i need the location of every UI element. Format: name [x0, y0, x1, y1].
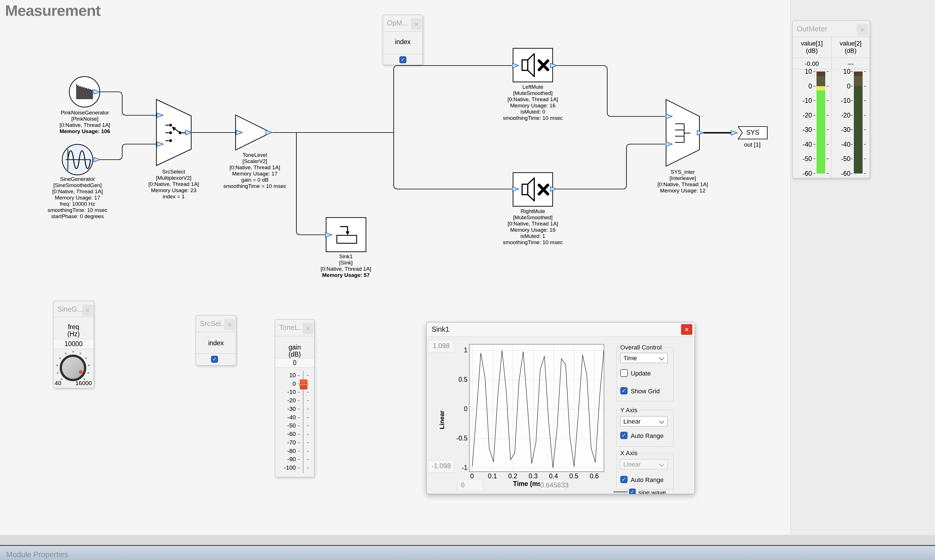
- meter2-header: value[2](dB): [832, 40, 870, 55]
- wire-sinegen-srcselect: [100, 144, 157, 160]
- gain-tick-dash: [307, 409, 309, 409]
- label-line: Memory Usage: 17: [211, 171, 299, 177]
- label-line: [MuteSmoothed]: [488, 90, 578, 96]
- label-line: Memory Usage: 16: [488, 103, 578, 109]
- module-properties-bar[interactable]: Module Properties: [0, 546, 935, 560]
- opmute-index-checkbox[interactable]: ✓: [400, 56, 406, 63]
- gain-tick-label: -80: [282, 448, 296, 454]
- close-icon[interactable]: ×: [681, 324, 692, 335]
- chevron-down-icon: [659, 418, 664, 423]
- y-axis-dropdown[interactable]: Linear: [620, 416, 668, 426]
- meter-tick-dash: [851, 158, 853, 159]
- meter-tick-label: -60: [832, 169, 850, 177]
- outmeter-titlebar[interactable]: OutMeter ×: [793, 21, 870, 37]
- gain-slider-handle[interactable]: [300, 380, 307, 389]
- close-icon[interactable]: ×: [82, 305, 93, 316]
- label-line: Memory Usage: 23: [131, 187, 216, 194]
- gain-tick-dash: [307, 434, 309, 435]
- update-checkbox[interactable]: [620, 369, 628, 377]
- sysinter-label: SYS_inter[Interleave][0:Native, Thread 1…: [637, 169, 728, 194]
- meter-segment: [816, 91, 825, 174]
- y-tick-label: -1: [454, 464, 468, 472]
- srcselect-label: SrcSelect[MultiplexorV2][0:Native, Threa…: [131, 169, 216, 200]
- meter-tick-dash: [813, 144, 815, 145]
- sysinter-block[interactable]: [666, 100, 699, 166]
- rightmute-label: RightMute[MuteSmoothed][0:Native, Thread…: [488, 208, 578, 246]
- y-auto-range-checkbox[interactable]: ✓: [620, 432, 628, 439]
- x-auto-range-checkbox[interactable]: ✓: [620, 476, 628, 483]
- label-line: Sink1: [301, 254, 391, 260]
- gain-tick-dash: [307, 417, 309, 418]
- leftmute-block[interactable]: [513, 48, 552, 82]
- label-line: [0:Native, Thread 1A]: [211, 165, 299, 171]
- label-line: [0:Native, Thread 1A]: [488, 96, 578, 103]
- meter-tick-dash: [813, 86, 815, 86]
- gain-tick-dash: [307, 468, 309, 468]
- gain-tick-label: -30: [282, 405, 296, 412]
- sys-out-label: out [1]: [735, 141, 769, 148]
- overall-control-dropdown[interactable]: Time: [620, 353, 668, 363]
- close-icon[interactable]: ×: [224, 319, 235, 330]
- x-auto-range-label: Auto Range: [631, 476, 663, 484]
- y-tick-label: -0.5: [454, 435, 468, 442]
- label-line: [Interleave]: [637, 175, 728, 182]
- x-axis-dropdown[interactable]: Linear: [620, 459, 668, 469]
- x-tick-label: 0.6: [586, 472, 603, 480]
- close-icon[interactable]: ×: [302, 323, 313, 334]
- label-line: SrcSelect: [131, 169, 216, 175]
- label-line: [MuteSmoothed]: [488, 214, 578, 221]
- opmute-panel-titlebar[interactable]: OpM... ×: [383, 15, 423, 32]
- sysinter-out-pin: [697, 131, 704, 135]
- gain-tick-label: -100: [282, 464, 296, 471]
- meter-tick-label: -40: [832, 140, 850, 148]
- tonelevel-value-field[interactable]: 0: [275, 358, 314, 368]
- gain-tick-label: -20: [282, 397, 296, 404]
- gain-tick-dash: [298, 468, 300, 468]
- sys-output-pin: [731, 131, 737, 135]
- srcsel-index-checkbox[interactable]: ✓: [211, 356, 218, 363]
- meter-tick-dash: [827, 129, 829, 130]
- sink1-window-titlebar[interactable]: Sink1: [426, 322, 694, 337]
- meter-segment: [854, 86, 862, 174]
- meter-tick-dash: [813, 71, 815, 72]
- label-line: index = 1: [131, 194, 216, 200]
- gain-tick-dash: [307, 400, 309, 401]
- tonelevel-out-pin: [266, 130, 272, 135]
- meter-tick-dash: [864, 100, 866, 101]
- srcsel-panel-titlebar[interactable]: SrcSel... ×: [196, 315, 236, 332]
- tonelevel-panel-titlebar[interactable]: ToneL... ×: [275, 320, 314, 336]
- meter-tick-dash: [827, 115, 829, 115]
- freq-knob-indicator: [79, 370, 83, 374]
- meter-segment: [854, 76, 862, 86]
- label-line: [0:Native, Thread 1A]: [488, 221, 578, 227]
- meter-tick-dash: [827, 100, 829, 101]
- gain-tick-dash: [307, 443, 309, 443]
- show-grid-checkbox[interactable]: ✓: [620, 387, 628, 394]
- tonelevel-panel: ToneL... × gain (dB) 0 100-10-20-30-40-5…: [275, 319, 315, 477]
- sink1-plot[interactable]: [469, 344, 604, 472]
- show-grid-label: Show Grid: [631, 388, 660, 395]
- label-line: [0:Native, Thread 1A]: [301, 266, 391, 272]
- close-icon[interactable]: ×: [857, 24, 868, 35]
- opmute-panel: OpM... × index ✓: [383, 15, 423, 65]
- meter-tick-label: -20: [832, 111, 850, 119]
- x-axis-group: [616, 453, 673, 490]
- label-line: [0:Native, Thread 1A]: [131, 181, 216, 187]
- freq-knob[interactable]: [60, 355, 86, 381]
- rightmute-block[interactable]: [513, 172, 552, 206]
- close-icon[interactable]: ×: [411, 18, 422, 30]
- sinegen-value-field[interactable]: 10000: [54, 339, 94, 349]
- x-tick-label: 0.2: [504, 472, 521, 480]
- sink1-window-title: Sink1: [432, 325, 449, 334]
- legend-series-checkbox[interactable]: ✓: [629, 489, 636, 494]
- overall-control-dropdown-value: Time: [623, 355, 637, 362]
- sinegen-panel-titlebar[interactable]: SineG... ×: [54, 301, 94, 317]
- meter-tick-dash: [813, 173, 815, 174]
- x-min-box: 0: [458, 479, 483, 491]
- label-line: startPhase: 0 degrees: [35, 213, 120, 220]
- sinegen-param-label: freq: [54, 323, 94, 331]
- tonelevel-param-label: gain: [275, 343, 314, 351]
- gain-tick-label: -50: [282, 422, 296, 429]
- meter-tick-label: -30: [794, 126, 812, 134]
- gain-tick-dash: [307, 384, 309, 384]
